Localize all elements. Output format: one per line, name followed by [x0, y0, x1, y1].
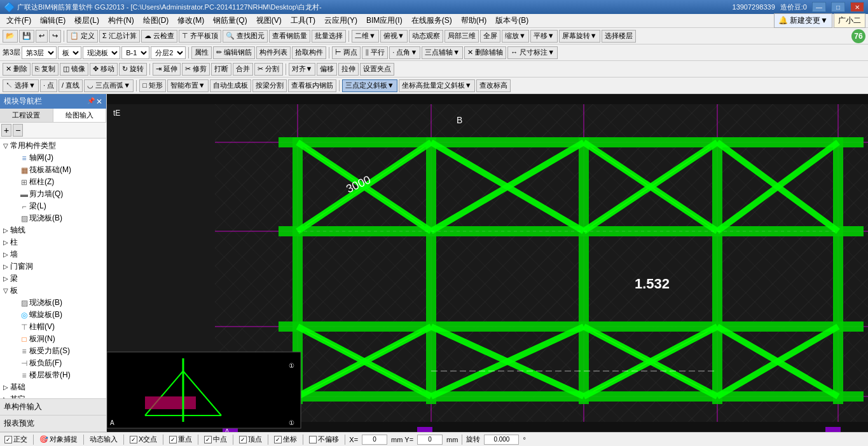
- tree-cast-slab2[interactable]: ▨ 现浇板(B): [10, 297, 105, 309]
- menu-component[interactable]: 构件(N): [104, 14, 138, 27]
- tree-beam2[interactable]: ▷ 梁: [1, 273, 105, 285]
- tb-set-clamp[interactable]: 设置夹点: [360, 63, 394, 76]
- menu-help[interactable]: 帮助(H): [457, 14, 491, 27]
- menu-edit[interactable]: 编辑(E): [36, 14, 69, 27]
- tree-beam[interactable]: ⌐ 梁(L): [10, 200, 105, 212]
- status-vertex[interactable]: ✓ 顶点: [237, 435, 264, 444]
- toolbar-summary[interactable]: Σ 汇总计算: [99, 30, 140, 43]
- menu-floor[interactable]: 楼层(L): [71, 14, 103, 27]
- canvas-area[interactable]: 3000 1.532 .690 .690 B A ① ② tE: [107, 94, 868, 432]
- tb-smart-layout[interactable]: 智能布置▼: [167, 79, 209, 92]
- sidebar-tab-settings[interactable]: 工程设置: [0, 109, 53, 122]
- toolbar-topview[interactable]: 俯视▼: [380, 30, 408, 43]
- name-select[interactable]: B-1: [121, 46, 149, 59]
- tb-copy[interactable]: ⎘ 复制: [32, 63, 59, 76]
- toolbar-zoom[interactable]: 缩放▼: [502, 30, 529, 43]
- subtype-select[interactable]: 现浇板: [83, 46, 120, 59]
- tb-edit-rebar[interactable]: ✏ 编辑钢筋: [213, 46, 255, 59]
- toolbar-local3d[interactable]: 局部三维: [444, 30, 479, 43]
- tb-coord-slope[interactable]: 坐标高批量定义斜板▼: [399, 79, 475, 92]
- close-button[interactable]: ✕: [850, 2, 864, 12]
- toolbar-fullscreen[interactable]: 全屏: [480, 30, 500, 43]
- toolbar-2d[interactable]: 二维▼: [352, 30, 379, 43]
- menu-file[interactable]: 文件(F): [3, 14, 35, 27]
- status-midpoint[interactable]: ✓ 中点: [202, 435, 229, 444]
- tb-auto-gen[interactable]: 自动生成板: [210, 79, 251, 92]
- tb-rect[interactable]: □ 矩形: [139, 79, 166, 92]
- menu-guangxiao[interactable]: 广小二: [834, 13, 865, 28]
- sidebar-tab-draw[interactable]: 绘图输入: [53, 109, 107, 122]
- tb-align[interactable]: 对齐▼: [289, 63, 316, 76]
- tb-dimension[interactable]: ↔ 尺寸标注▼: [507, 46, 558, 59]
- y-input[interactable]: [417, 435, 443, 445]
- tb-extend[interactable]: ⇥ 延伸: [153, 63, 181, 76]
- tree-slab-stress-bar[interactable]: ≡ 板受力筋(S): [10, 345, 105, 357]
- add-icon[interactable]: +: [1, 124, 11, 137]
- status-endpoint[interactable]: ✓ 重点: [167, 435, 194, 444]
- tb-properties[interactable]: 属性: [191, 46, 212, 59]
- tb-rotate[interactable]: ↻ 旋转: [119, 63, 147, 76]
- tb-two-point[interactable]: ⊢ 两点: [332, 46, 361, 59]
- region-select[interactable]: 分层2: [151, 46, 186, 59]
- tree-floor-band[interactable]: ≡ 楼层板带(H): [10, 369, 105, 381]
- tb-select[interactable]: ↖ 选择▼: [3, 79, 39, 92]
- tb-component-list[interactable]: 构件列表: [256, 46, 291, 59]
- tb-divide[interactable]: ✂ 分割: [254, 63, 282, 76]
- tb-arc[interactable]: ◡ 三点画弧▼: [84, 79, 134, 92]
- status-orthogonal[interactable]: ✓ 正交: [3, 435, 29, 444]
- tb-move[interactable]: ✥ 移动: [90, 63, 118, 76]
- tb-point-draw[interactable]: · 点: [40, 79, 57, 92]
- toolbar-view-rebar[interactable]: 查看钢筋量: [269, 30, 310, 43]
- maximize-button[interactable]: □: [831, 2, 845, 12]
- tree-shear-wall[interactable]: ▬ 剪力墙(Q): [10, 188, 105, 200]
- tree-slab-opening[interactable]: □ 板洞(N): [10, 333, 105, 345]
- toolbar-select-floor[interactable]: 选择楼层: [602, 30, 636, 43]
- tree-axisline[interactable]: ▷ 轴线: [1, 224, 105, 236]
- toolbar-screen-rotate[interactable]: 屏幕旋转▼: [559, 30, 600, 43]
- status-object-snap[interactable]: 🎯 对象捕捉: [38, 435, 79, 444]
- tree-col[interactable]: ▷ 柱: [1, 236, 105, 248]
- menu-new-change[interactable]: 🔔 新建变更▼: [774, 13, 832, 28]
- tb-delete-axis[interactable]: ✕ 删除辅轴: [464, 46, 506, 59]
- tb-point-angle[interactable]: · 点角▼: [389, 46, 420, 59]
- toolbar-pan[interactable]: 平移▼: [530, 30, 558, 43]
- tree-slab[interactable]: ▽ 板: [1, 285, 105, 297]
- menu-tools[interactable]: 工具(T): [287, 14, 319, 27]
- menu-rebar[interactable]: 钢筋量(Q): [209, 14, 251, 27]
- toolbar-cloud-check[interactable]: ☁ 云检查: [141, 30, 177, 43]
- tb-three-point-slope[interactable]: 三点定义斜板▼: [342, 79, 397, 92]
- tree-col-cap[interactable]: ⊤ 柱帽(V): [10, 321, 105, 333]
- tb-by-beam-split[interactable]: 按梁分割: [252, 79, 287, 92]
- tree-other[interactable]: ▷ 其它: [1, 393, 105, 398]
- tree-wall[interactable]: ▷ 墙: [1, 248, 105, 260]
- tb-merge[interactable]: 合并: [233, 63, 253, 76]
- sidebar-pin-icon[interactable]: 📌: [87, 97, 95, 106]
- menu-version[interactable]: 版本号(B): [492, 14, 532, 27]
- menu-online[interactable]: 在线服务(S): [408, 14, 456, 27]
- tb-view-board-rebar[interactable]: 查看板内钢筋: [288, 79, 336, 92]
- tb-check-height[interactable]: 查改标高: [476, 79, 511, 92]
- menu-bim[interactable]: BIM应用(I): [362, 14, 406, 27]
- tree-mat-found[interactable]: ▦ 筏板基础(M): [10, 164, 105, 176]
- tb-pick[interactable]: 拾取构件: [292, 46, 326, 59]
- tb-mirror[interactable]: ◫ 镜像: [60, 63, 88, 76]
- floor-select[interactable]: 第3层: [22, 46, 57, 59]
- status-coord[interactable]: ✓ 坐标: [272, 435, 299, 444]
- status-cross[interactable]: ✓ X交点: [128, 435, 159, 444]
- toolbar-dynamic[interactable]: 动态观察: [409, 30, 443, 43]
- report-preview-btn[interactable]: 报表预览: [0, 416, 106, 432]
- tb-three-point-axis[interactable]: 三点辅轴▼: [422, 46, 463, 59]
- menu-draw[interactable]: 绘图(D): [139, 14, 173, 27]
- sidebar-close-icon[interactable]: ✕: [96, 97, 102, 106]
- tree-common[interactable]: ▽ 常用构件类型: [1, 140, 105, 152]
- tb-parallel[interactable]: ∥ 平行: [362, 46, 388, 59]
- minus-icon[interactable]: −: [13, 124, 23, 137]
- menu-modify[interactable]: 修改(M): [174, 14, 208, 27]
- tree-cast-slab[interactable]: ▨ 现浇板(B): [10, 212, 105, 224]
- tb-offset[interactable]: 偏移: [317, 63, 337, 76]
- toolbar-save[interactable]: 💾: [19, 30, 34, 43]
- toolbar-define[interactable]: 📋 定义: [67, 30, 98, 43]
- tb-line-draw[interactable]: / 直线: [59, 79, 83, 92]
- type-select[interactable]: 板: [58, 46, 81, 59]
- toolbar-find[interactable]: 🔍 查找图元: [223, 30, 268, 43]
